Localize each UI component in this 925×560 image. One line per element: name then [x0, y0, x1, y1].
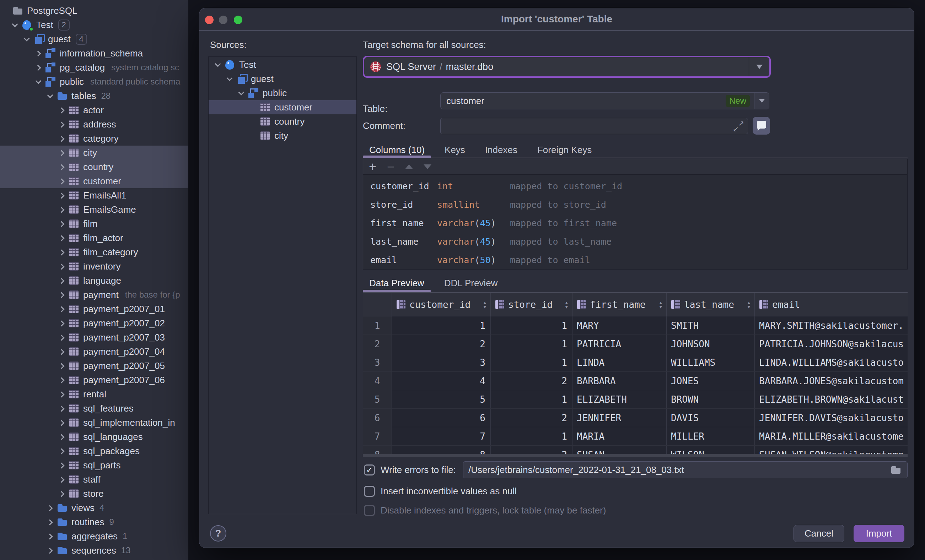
chevron-right-icon[interactable] [57, 290, 66, 299]
target-schema-select[interactable]: SQL Server / master.dbo [363, 56, 771, 78]
chevron-right-icon[interactable] [57, 375, 66, 384]
sidebar-item-film_actor[interactable]: film_actor [0, 231, 188, 245]
source-item-guest[interactable]: guest [209, 72, 356, 86]
close-button[interactable] [205, 16, 214, 24]
chevron-right-icon[interactable] [33, 49, 43, 58]
write-errors-checkbox[interactable]: ✓ [364, 464, 375, 476]
chevron-right-icon[interactable] [45, 546, 54, 555]
sidebar-item-store[interactable]: store [0, 486, 188, 501]
sidebar-item-language[interactable]: language [0, 273, 188, 288]
sidebar-item-film[interactable]: film [0, 217, 188, 231]
chevron-right-icon[interactable] [57, 233, 66, 243]
chevron-right-icon[interactable] [57, 162, 66, 171]
chevron-right-icon[interactable] [57, 446, 66, 456]
import-button[interactable]: Import [854, 525, 904, 542]
sidebar-item-sql_features[interactable]: sql_features [0, 401, 188, 416]
remove-column-button[interactable]: − [387, 162, 395, 172]
column-header-customer-id[interactable]: customer_id [392, 293, 491, 316]
sidebar-item-customer[interactable]: customer [0, 174, 188, 188]
sidebar-item-Test[interactable]: Test2 [0, 18, 188, 32]
sidebar-item-rental[interactable]: rental [0, 387, 188, 401]
chevron-right-icon[interactable] [45, 517, 54, 527]
sidebar-item-guest[interactable]: guest4 [0, 32, 188, 46]
minimize-button[interactable] [219, 16, 227, 24]
move-down-button[interactable] [423, 164, 431, 169]
column-definition-row[interactable]: emailvarchar(50)mapped to email [370, 251, 907, 269]
sidebar-item-sql_parts[interactable]: sql_parts [0, 458, 188, 472]
chevron-right-icon[interactable] [57, 333, 66, 342]
source-item-country[interactable]: country [209, 114, 356, 129]
sidebar-item-aggregates[interactable]: aggregates1 [0, 529, 188, 543]
sidebar-item-country[interactable]: country [0, 160, 188, 174]
tab-data-preview[interactable]: Data Preview [363, 274, 431, 292]
sidebar-item-sql_implementation_in[interactable]: sql_implementation_in [0, 416, 188, 430]
chevron-right-icon[interactable] [57, 205, 66, 214]
sidebar-item-category[interactable]: category [0, 131, 188, 146]
tab-ddl-preview[interactable]: DDL Preview [438, 274, 504, 292]
chevron-right-icon[interactable] [57, 191, 66, 200]
chevron-right-icon[interactable] [57, 318, 66, 328]
chevron-right-icon[interactable] [57, 177, 66, 186]
chevron-right-icon[interactable] [57, 148, 66, 157]
source-item-city[interactable]: city [209, 129, 356, 143]
chevron-down-icon[interactable] [33, 77, 43, 86]
tab-indexes[interactable]: Indexes [479, 143, 524, 157]
expand-icon[interactable]: ↗↙ [732, 120, 745, 132]
chevron-right-icon[interactable] [57, 489, 66, 498]
chevron-right-icon[interactable] [45, 531, 54, 541]
source-item-customer[interactable]: customer [209, 100, 356, 114]
source-item-public[interactable]: public [209, 86, 356, 100]
folder-icon[interactable] [890, 464, 902, 476]
column-header-last-name[interactable]: last_name [667, 293, 755, 316]
chevron-right-icon[interactable] [57, 248, 66, 257]
chevron-right-icon[interactable] [57, 134, 66, 143]
sidebar-item-actor[interactable]: actor [0, 103, 188, 117]
chevron-right-icon[interactable] [45, 503, 54, 512]
chevron-right-icon[interactable] [57, 105, 66, 115]
chevron-right-icon[interactable] [57, 276, 66, 285]
sidebar-item-payment_p2007_03[interactable]: payment_p2007_03 [0, 330, 188, 344]
sidebar-item-payment_p2007_05[interactable]: payment_p2007_05 [0, 359, 188, 373]
chevron-right-icon[interactable] [57, 390, 66, 399]
chevron-down-icon[interactable] [22, 35, 31, 44]
sidebar-item-EmailsAll1[interactable]: EmailsAll1 [0, 188, 188, 203]
sidebar-item-pg_catalog[interactable]: pg_catalogsystem catalog sc [0, 60, 188, 75]
comment-input[interactable]: ↗↙ [440, 118, 748, 134]
chevron-right-icon[interactable] [57, 304, 66, 314]
chevron-right-icon[interactable] [57, 361, 66, 370]
chevron-down-icon[interactable] [45, 91, 54, 101]
sidebar-item-address[interactable]: address [0, 117, 188, 131]
chevron-down-icon[interactable] [749, 57, 769, 77]
column-definition-row[interactable]: first_namevarchar(45)mapped to first_nam… [370, 214, 907, 232]
sidebar-item-views[interactable]: views4 [0, 501, 188, 515]
chevron-down-icon[interactable] [10, 20, 19, 30]
sidebar-item-PostgreSQL[interactable]: PostgreSQL [0, 3, 188, 18]
column-header-store-id[interactable]: store_id [491, 293, 572, 316]
chevron-down-icon[interactable] [236, 89, 246, 98]
move-up-button[interactable] [405, 164, 413, 169]
sidebar-item-staff[interactable]: staff [0, 472, 188, 486]
column-definition-row[interactable]: last_namevarchar(45)mapped to last_name [370, 232, 907, 251]
column-header-email[interactable]: email [755, 293, 908, 316]
table-name-input[interactable]: customer New [440, 92, 769, 110]
sidebar-item-payment_p2007_06[interactable]: payment_p2007_06 [0, 373, 188, 387]
tab-foreign-keys[interactable]: Foreign Keys [531, 143, 598, 157]
chevron-down-icon[interactable] [754, 93, 769, 109]
sidebar-item-inventory[interactable]: inventory [0, 259, 188, 273]
chevron-right-icon[interactable] [57, 432, 66, 441]
sidebar-item-sql_languages[interactable]: sql_languages [0, 430, 188, 444]
chevron-right-icon[interactable] [57, 475, 66, 484]
sidebar-item-city[interactable]: city [0, 146, 188, 160]
insert-null-checkbox[interactable]: ✓ [364, 486, 375, 497]
chevron-right-icon[interactable] [57, 347, 66, 356]
chevron-down-icon[interactable] [213, 60, 222, 69]
column-definition-row[interactable]: customer_idintmapped to customer_id [370, 177, 907, 195]
sidebar-item-information_schema[interactable]: information_schema [0, 46, 188, 60]
sidebar-item-payment[interactable]: paymentthe base for {p [0, 288, 188, 302]
sidebar-item-film_category[interactable]: film_category [0, 245, 188, 259]
sidebar-item-sequences[interactable]: sequences13 [0, 543, 188, 557]
cancel-button[interactable]: Cancel [794, 525, 844, 542]
chevron-right-icon[interactable] [57, 418, 66, 427]
chevron-right-icon[interactable] [57, 404, 66, 413]
chevron-down-icon[interactable] [224, 74, 234, 83]
